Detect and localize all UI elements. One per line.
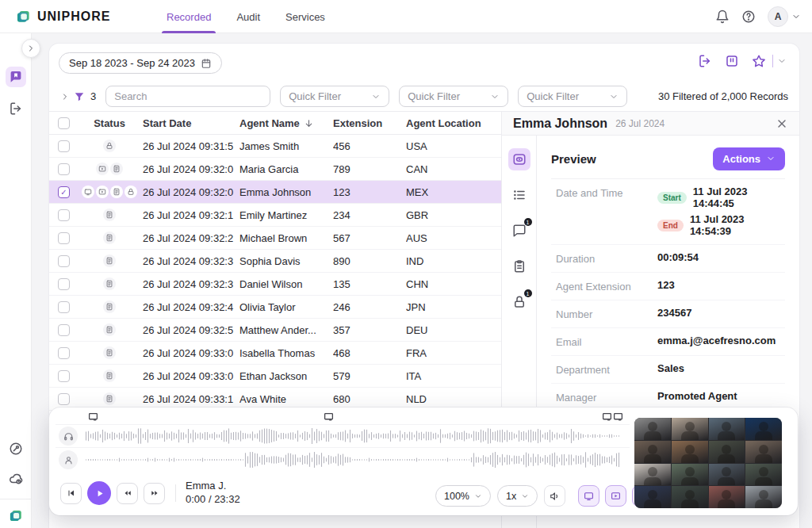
export-records-icon[interactable] xyxy=(698,54,712,68)
row-checkbox[interactable] xyxy=(58,370,70,382)
cell-agent-location: AUS xyxy=(406,232,501,244)
screen-event-marker[interactable] xyxy=(602,411,623,422)
column-header-agent-name[interactable]: Agent Name xyxy=(239,117,333,129)
field-value: 00:09:54 xyxy=(657,251,699,263)
table-row[interactable]: ✓26 Jul 2024 09:32:0Emma Johnson123MEX xyxy=(49,181,501,204)
filter-toggle[interactable]: 3 xyxy=(60,90,96,102)
waveform-track-2[interactable] xyxy=(84,449,620,471)
table-row[interactable]: 26 Jul 2024 09:32:5Matthew Ander...357DE… xyxy=(49,319,501,342)
skip-to-start-button[interactable] xyxy=(60,483,82,504)
cell-extension: 579 xyxy=(333,370,406,382)
row-checkbox[interactable] xyxy=(58,324,70,336)
volume-button[interactable] xyxy=(544,485,565,507)
actions-button[interactable]: Actions xyxy=(713,147,785,170)
notifications-bell-icon[interactable] xyxy=(715,10,730,24)
chevron-right-icon xyxy=(60,92,70,101)
row-checkbox[interactable] xyxy=(58,278,70,290)
sidebar-item-support[interactable] xyxy=(6,438,26,459)
cell-agent-name: Emma Johnson xyxy=(239,186,333,198)
help-icon[interactable] xyxy=(741,10,756,24)
detail-rail-list-icon[interactable] xyxy=(508,184,530,206)
row-checkbox[interactable] xyxy=(58,232,70,244)
table-row[interactable]: 26 Jul 2024 09:33:0Isabella Thomas468FRA xyxy=(49,342,501,365)
tab-audit[interactable]: Audit xyxy=(236,0,260,33)
sidebar-expand-button[interactable] xyxy=(21,39,40,58)
screen-event-marker[interactable] xyxy=(324,411,334,422)
filter-funnel-icon xyxy=(74,91,85,102)
row-checkbox[interactable]: ✓ xyxy=(58,186,70,198)
detail-rail-preview-eye-icon[interactable] xyxy=(508,148,530,170)
table-row[interactable]: 26 Jul 2024 09:32:2Michael Brown567AUS xyxy=(49,227,501,250)
sidebar-item-export[interactable] xyxy=(6,98,26,119)
table-row[interactable]: 26 Jul 2024 09:32:1Emily Martinez234GBR xyxy=(49,204,501,227)
cell-start-date: 26 Jul 2024 09:33:0 xyxy=(143,370,239,382)
row-checkbox[interactable] xyxy=(58,140,70,152)
detail-rail-comments-icon[interactable]: 1 xyxy=(508,220,530,242)
favorites-dropdown[interactable] xyxy=(752,54,787,68)
table-row[interactable]: 26 Jul 2024 09:33:0Ethan Jackson579ITA xyxy=(49,365,501,388)
participant-tile xyxy=(672,464,708,486)
quick-filter-dropdown-3[interactable]: Quick Filter xyxy=(518,86,627,107)
cell-agent-location: JPN xyxy=(406,301,501,313)
sidebar-item-cloud[interactable] xyxy=(6,469,26,489)
participant-tile xyxy=(709,418,745,440)
video-view-button[interactable] xyxy=(605,485,626,507)
table-row[interactable]: 26 Jul 2024 09:32:4Olivia Taylor246JPN xyxy=(49,296,501,319)
brand-logo: UNIPHORE xyxy=(16,0,110,33)
fast-forward-button[interactable] xyxy=(144,483,165,504)
field-label: Number xyxy=(556,307,657,320)
table-row[interactable]: 26 Jul 2024 09:32:3Sophia Davis890IND xyxy=(49,250,501,273)
play-button[interactable] xyxy=(87,481,111,505)
cell-agent-location: FRA xyxy=(406,347,501,359)
row-checkbox[interactable] xyxy=(58,347,70,359)
avatar[interactable]: A xyxy=(768,6,788,27)
screen-view-button[interactable] xyxy=(578,485,599,507)
table-columns-icon[interactable] xyxy=(725,54,739,68)
column-header-agent-location[interactable]: Agent Location xyxy=(406,117,501,129)
sidebar-item-conversations[interactable] xyxy=(6,67,26,87)
status-doc-icon xyxy=(110,186,123,198)
row-checkbox[interactable] xyxy=(58,163,70,175)
close-icon[interactable] xyxy=(776,117,788,130)
table-row[interactable]: 26 Jul 2024 09:31:5James Smith456USA xyxy=(49,135,501,158)
column-header-start-date[interactable]: Start Date xyxy=(143,117,239,129)
detail-rail-lock-icon[interactable]: 1 xyxy=(508,291,530,313)
column-header-extension[interactable]: Extension xyxy=(333,117,406,129)
lock-icon xyxy=(127,188,135,196)
doc-icon xyxy=(105,326,113,334)
account-menu[interactable]: A xyxy=(768,6,801,27)
quick-filter-dropdown-1[interactable]: Quick Filter xyxy=(280,86,389,107)
row-checkbox[interactable] xyxy=(58,393,70,405)
zoom-level-dropdown[interactable]: 100% xyxy=(435,485,491,507)
preview-header: Preview Actions xyxy=(551,145,785,172)
cell-start-date: 26 Jul 2024 09:32:2 xyxy=(143,232,239,244)
select-all-checkbox[interactable] xyxy=(58,117,70,129)
cell-agent-name: Daniel Wilson xyxy=(239,278,333,290)
column-header-status[interactable]: Status xyxy=(76,117,143,129)
screen-event-marker[interactable] xyxy=(88,411,98,422)
playback-speed-dropdown[interactable]: 1x xyxy=(497,485,538,507)
tab-recorded[interactable]: Recorded xyxy=(167,0,211,33)
notification-badge: 1 xyxy=(524,218,532,226)
row-checkbox[interactable] xyxy=(58,255,70,267)
skip-start-icon xyxy=(67,488,76,498)
table-row[interactable]: 26 Jul 2024 09:32:3Daniel Wilson135CHN xyxy=(49,273,501,296)
tab-services[interactable]: Services xyxy=(285,0,325,33)
status-icons xyxy=(76,277,143,290)
search-input[interactable] xyxy=(105,86,270,107)
quick-filter-dropdown-2[interactable]: Quick Filter xyxy=(399,86,508,107)
rewind-button[interactable] xyxy=(117,483,138,504)
video-participants-grid[interactable] xyxy=(634,418,782,508)
waveform-track-1[interactable] xyxy=(84,425,620,447)
row-checkbox[interactable] xyxy=(58,209,70,221)
cell-start-date: 26 Jul 2024 09:32:0 xyxy=(143,186,239,198)
table-row[interactable]: 26 Jul 2024 09:32:0Maria Garcia789CAN xyxy=(49,158,501,181)
favorites-separator xyxy=(772,55,773,67)
audio-track-agent xyxy=(59,425,620,447)
row-checkbox[interactable] xyxy=(58,301,70,313)
status-icons xyxy=(76,323,143,336)
detail-rail-notes-icon[interactable] xyxy=(508,255,530,277)
status-doc-icon xyxy=(110,163,123,175)
topbar-actions: A xyxy=(715,0,801,33)
date-range-picker[interactable]: Sep 18 2023 - Sep 24 2023 xyxy=(59,52,222,74)
